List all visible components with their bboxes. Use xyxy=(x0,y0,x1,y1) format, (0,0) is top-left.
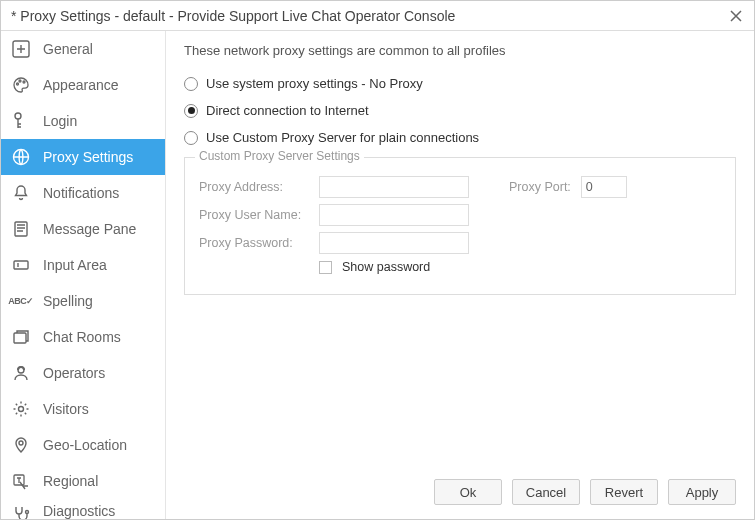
sidebar-item-label: Operators xyxy=(43,365,105,381)
language-icon xyxy=(11,471,31,491)
custom-proxy-fieldset: Custom Proxy Server Settings Proxy Addre… xyxy=(184,157,736,295)
operator-icon xyxy=(11,363,31,383)
close-icon[interactable] xyxy=(724,4,748,28)
sidebar-item-label: Input Area xyxy=(43,257,107,273)
radio-label: Direct connection to Internet xyxy=(206,103,369,118)
sidebar-item-operators[interactable]: Operators xyxy=(1,355,165,391)
input-cursor-icon xyxy=(11,255,31,275)
sidebar-item-label: Spelling xyxy=(43,293,93,309)
apply-button[interactable]: Apply xyxy=(668,479,736,505)
settings-window: * Proxy Settings - default - Provide Sup… xyxy=(0,0,755,520)
radio-system-proxy[interactable]: Use system proxy settings - No Proxy xyxy=(184,76,736,91)
tabs-icon xyxy=(11,327,31,347)
dialog-buttons: Ok Cancel Revert Apply xyxy=(434,479,736,505)
window-body: General Appearance Login Proxy Settings xyxy=(1,31,754,519)
sidebar-item-proxy-settings[interactable]: Proxy Settings xyxy=(1,139,165,175)
radio-label: Use Custom Proxy Server for plain connec… xyxy=(206,130,479,145)
proxy-address-input[interactable] xyxy=(319,176,469,198)
sidebar-item-label: Appearance xyxy=(43,77,119,93)
stethoscope-icon xyxy=(11,503,31,519)
svg-rect-8 xyxy=(14,333,26,343)
proxy-port-label: Proxy Port: xyxy=(509,180,571,194)
proxy-user-input[interactable] xyxy=(319,204,469,226)
sidebar: General Appearance Login Proxy Settings xyxy=(1,31,166,519)
sidebar-item-general[interactable]: General xyxy=(1,31,165,67)
document-icon xyxy=(11,219,31,239)
svg-point-13 xyxy=(26,511,29,514)
ok-button[interactable]: Ok xyxy=(434,479,502,505)
gear-icon xyxy=(11,399,31,419)
sidebar-item-label: Geo-Location xyxy=(43,437,127,453)
pin-icon xyxy=(11,435,31,455)
radio-direct-connection[interactable]: Direct connection to Internet xyxy=(184,103,736,118)
fieldset-legend: Custom Proxy Server Settings xyxy=(195,149,364,163)
spellcheck-icon: ABC✓ xyxy=(11,291,31,311)
sidebar-item-diagnostics[interactable]: Diagnostics xyxy=(1,499,165,519)
intro-text: These network proxy settings are common … xyxy=(184,43,736,58)
sidebar-item-notifications[interactable]: Notifications xyxy=(1,175,165,211)
sidebar-item-input-area[interactable]: Input Area xyxy=(1,247,165,283)
svg-point-3 xyxy=(23,81,25,83)
show-password-checkbox[interactable] xyxy=(319,261,332,274)
svg-point-4 xyxy=(15,113,21,119)
svg-point-11 xyxy=(19,441,23,445)
sidebar-item-label: Regional xyxy=(43,473,98,489)
sidebar-item-chat-rooms[interactable]: Chat Rooms xyxy=(1,319,165,355)
row-proxy-pass: Proxy Password: xyxy=(199,232,721,254)
proxy-user-label: Proxy User Name: xyxy=(199,208,309,222)
plus-square-icon xyxy=(11,39,31,59)
svg-point-2 xyxy=(19,80,21,82)
bell-icon xyxy=(11,183,31,203)
sidebar-item-login[interactable]: Login xyxy=(1,103,165,139)
palette-icon xyxy=(11,75,31,95)
show-password-label: Show password xyxy=(342,260,430,274)
sidebar-item-label: Visitors xyxy=(43,401,89,417)
proxy-pass-input[interactable] xyxy=(319,232,469,254)
sidebar-item-geo-location[interactable]: Geo-Location xyxy=(1,427,165,463)
proxy-port-input[interactable] xyxy=(581,176,627,198)
row-proxy-user: Proxy User Name: xyxy=(199,204,721,226)
radio-icon xyxy=(184,104,198,118)
sidebar-item-visitors[interactable]: Visitors xyxy=(1,391,165,427)
key-icon xyxy=(11,111,31,131)
sidebar-item-regional[interactable]: Regional xyxy=(1,463,165,499)
svg-point-1 xyxy=(17,83,19,85)
sidebar-item-message-pane[interactable]: Message Pane xyxy=(1,211,165,247)
cancel-button[interactable]: Cancel xyxy=(512,479,580,505)
row-proxy-address: Proxy Address: Proxy Port: xyxy=(199,176,721,198)
svg-point-10 xyxy=(19,407,24,412)
radio-custom-proxy[interactable]: Use Custom Proxy Server for plain connec… xyxy=(184,130,736,145)
window-title: * Proxy Settings - default - Provide Sup… xyxy=(11,8,455,24)
sidebar-item-spelling[interactable]: ABC✓ Spelling xyxy=(1,283,165,319)
sidebar-item-label: General xyxy=(43,41,93,57)
svg-rect-7 xyxy=(14,261,28,269)
svg-rect-6 xyxy=(15,222,27,236)
sidebar-item-label: Diagnostics xyxy=(43,503,115,519)
sidebar-item-label: Proxy Settings xyxy=(43,149,133,165)
content-pane: These network proxy settings are common … xyxy=(166,31,754,519)
proxy-pass-label: Proxy Password: xyxy=(199,236,309,250)
radio-icon xyxy=(184,131,198,145)
radio-label: Use system proxy settings - No Proxy xyxy=(206,76,423,91)
globe-icon xyxy=(11,147,31,167)
row-show-password: Show password xyxy=(319,260,721,274)
sidebar-item-label: Login xyxy=(43,113,77,129)
sidebar-item-label: Chat Rooms xyxy=(43,329,121,345)
sidebar-item-appearance[interactable]: Appearance xyxy=(1,67,165,103)
proxy-address-label: Proxy Address: xyxy=(199,180,309,194)
revert-button[interactable]: Revert xyxy=(590,479,658,505)
sidebar-item-label: Message Pane xyxy=(43,221,136,237)
sidebar-item-label: Notifications xyxy=(43,185,119,201)
radio-icon xyxy=(184,77,198,91)
titlebar: * Proxy Settings - default - Provide Sup… xyxy=(1,1,754,31)
